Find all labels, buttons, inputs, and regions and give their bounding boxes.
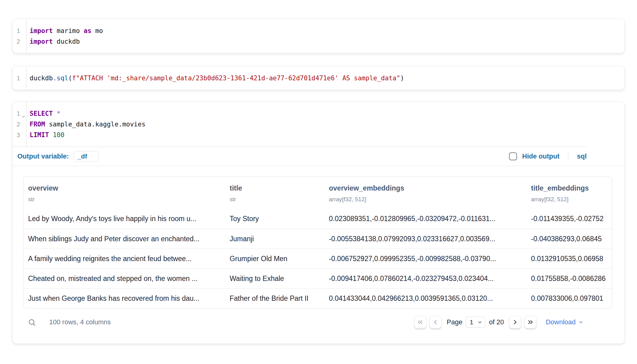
column-type: array[f32, 512] [329, 196, 531, 203]
code-editor[interactable]: 123 SELECT *FROM sample_data.kaggle.movi… [13, 102, 587, 147]
table-row: When siblings Judy and Peter discover an… [24, 229, 612, 249]
search-icon[interactable] [28, 318, 36, 326]
column-name: overview_embeddings [329, 184, 531, 192]
code-line[interactable]: import marimo as mo [30, 26, 624, 36]
chevron-right-icon [511, 318, 519, 326]
table-cell: 0.0132910535,0.06958 [531, 255, 612, 263]
code-line[interactable]: FROM sample_data.kaggle.movies [30, 119, 587, 130]
chevrons-left-icon [417, 318, 424, 326]
code-cell-attach[interactable]: 1 duckdb.sql(f"ATTACH 'md:_share/sample_… [12, 66, 625, 90]
code-line[interactable]: LIMIT 100 [30, 130, 587, 140]
line-number-gutter: 12 [13, 19, 27, 53]
chevron-down-icon [578, 319, 584, 325]
code-content[interactable]: duckdb.sql(f"ATTACH 'md:_share/sample_da… [27, 66, 624, 90]
download-label: Download [546, 318, 576, 326]
line-number: 1 [13, 73, 26, 84]
column-name: title_embeddings [531, 184, 612, 192]
table-cell: -0.009417406,0.07860214,-0.023279453,0.0… [329, 275, 531, 283]
code-line[interactable]: duckdb.sql(f"ATTACH 'md:_share/sample_da… [30, 73, 624, 84]
line-number-gutter: 123 [13, 102, 27, 147]
code-editor[interactable]: 12 import marimo as moimport duckdb [13, 19, 624, 53]
column-type: array[f32, 512] [531, 196, 612, 203]
chevron-down-icon [477, 320, 482, 325]
table-cell: 0.041433044,0.042966213,0.0039591365,0.0… [329, 294, 531, 303]
column-type: str [230, 196, 329, 203]
table-cell: -0.040386293,0.06845 [531, 235, 612, 243]
chevrons-right-icon [527, 318, 534, 326]
line-number-gutter: 1 [13, 66, 27, 90]
table-cell: A family wedding reignites the ancient f… [28, 255, 230, 263]
table-cell: Cheated on, mistreated and stepped on, t… [28, 275, 230, 283]
line-number: 2 [13, 36, 26, 47]
chevron-left-icon [432, 318, 439, 326]
page-total-label: of 20 [489, 318, 504, 326]
table-cell: Led by Woody, Andy's toys live happily i… [28, 215, 230, 223]
footer-divider [568, 151, 568, 161]
line-number: 1 [13, 108, 26, 119]
hide-output-checkbox[interactable] [509, 152, 517, 160]
page-number-value: 1 [470, 318, 477, 326]
column-name: title [230, 184, 329, 192]
last-page-button[interactable] [524, 316, 537, 329]
code-editor[interactable]: 1 duckdb.sql(f"ATTACH 'md:_share/sample_… [13, 66, 624, 90]
table-footer: 100 rows, 4 columns Page 1 of 20 [23, 312, 612, 332]
column-name: overview [28, 184, 230, 192]
table-row: A family wedding reignites the ancient f… [24, 249, 612, 268]
first-page-button[interactable] [414, 316, 426, 329]
table-cell: 0.01755858,-0.0086286 [531, 275, 612, 283]
previous-page-button[interactable] [429, 316, 442, 329]
table-cell: Waiting to Exhale [230, 275, 329, 283]
language-badge-sql[interactable]: sql [577, 152, 587, 160]
row-count-summary: 100 rows, 4 columns [49, 318, 111, 326]
notebook-page: 12 import marimo as moimport duckdb 1 du… [0, 0, 637, 344]
table-cell: Father of the Bride Part II [230, 294, 329, 303]
page-number-select[interactable]: 1 [466, 317, 485, 328]
table-cell: Grumpier Old Men [230, 255, 329, 263]
line-number: 2 [13, 119, 26, 130]
table-row: Cheated on, mistreated and stepped on, t… [24, 268, 612, 288]
column-header-title_embeddings[interactable]: title_embeddingsarray[f32, 512] [531, 184, 612, 203]
column-type: str [28, 196, 230, 203]
code-content[interactable]: SELECT *FROM sample_data.kaggle.moviesLI… [27, 102, 587, 147]
column-header-title[interactable]: titlestr [230, 184, 329, 203]
data-table: overviewstrtitlestroverview_embeddingsar… [23, 177, 612, 308]
cell-output: overviewstrtitlestroverview_embeddingsar… [13, 166, 624, 344]
table-cell: Jumanji [230, 235, 329, 243]
code-line[interactable]: SELECT * [30, 108, 587, 119]
table-header-row: overviewstrtitlestroverview_embeddingsar… [24, 177, 612, 209]
sql-query-cell[interactable]: 123 SELECT *FROM sample_data.kaggle.movi… [12, 101, 625, 344]
next-page-button[interactable] [509, 316, 521, 329]
table-cell: -0.006752927,0.099952355,-0.009982588,-0… [329, 255, 531, 263]
table-row: Led by Woody, Andy's toys live happily i… [24, 209, 612, 229]
output-variable-label: Output variable: [17, 152, 69, 160]
output-variable-input[interactable]: _df [74, 151, 99, 162]
hide-output-label[interactable]: Hide output [522, 152, 559, 160]
table-cell: Toy Story [230, 215, 329, 223]
table-cell: Just when George Banks has recovered fro… [28, 294, 230, 303]
column-header-overview_embeddings[interactable]: overview_embeddingsarray[f32, 512] [329, 184, 531, 203]
page-label: Page [447, 318, 462, 326]
column-header-overview[interactable]: overviewstr [28, 184, 230, 203]
line-number: 1 [13, 26, 26, 36]
code-line[interactable]: import duckdb [30, 36, 624, 47]
table-row: Just when George Banks has recovered fro… [24, 288, 612, 308]
code-content[interactable]: import marimo as moimport duckdb [27, 19, 624, 53]
table-cell: -0.011439355,-0.02752 [531, 215, 612, 223]
table-cell: -0.0055384138,0.07992093,0.023316627,0.0… [329, 235, 531, 243]
table-cell: 0.023089351,-0.012809965,-0.03209472,-0.… [329, 215, 531, 223]
table-cell: 0.007833006,0.097801 [531, 294, 612, 303]
code-cell-imports[interactable]: 12 import marimo as moimport duckdb [12, 19, 625, 53]
table-cell: When siblings Judy and Peter discover an… [28, 235, 230, 243]
line-number: 3 [13, 130, 26, 140]
download-button[interactable]: Download [546, 318, 584, 326]
